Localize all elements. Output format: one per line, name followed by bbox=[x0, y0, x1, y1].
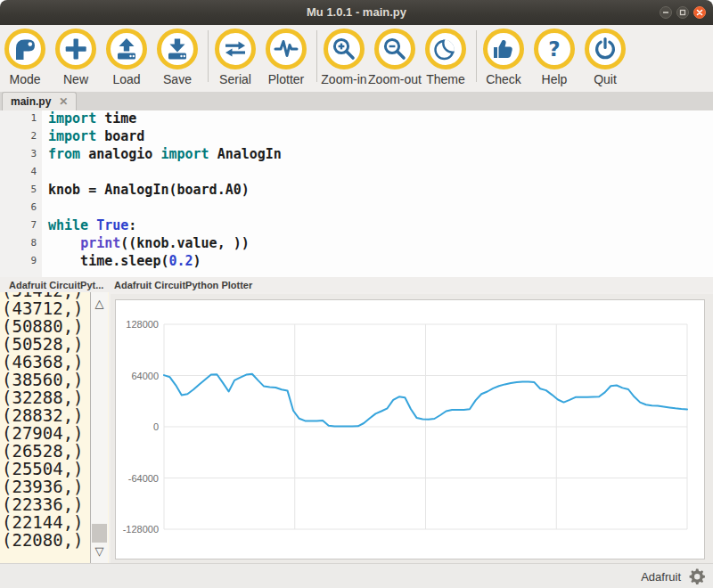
serial-line: (23936,) bbox=[2, 478, 84, 495]
serial-line: (32288,) bbox=[2, 388, 84, 406]
toolbar-label-serial: Serial bbox=[219, 72, 251, 86]
code-line: import time bbox=[48, 110, 713, 127]
toolbar-button-serial[interactable]: Serial bbox=[212, 29, 258, 86]
minimize-button[interactable] bbox=[660, 6, 672, 19]
mu-window: Mu 1.0.1 - main.py ModeNewLoadSaveSerial… bbox=[0, 0, 713, 588]
tab-bar: main.py ✕ bbox=[0, 92, 713, 110]
svg-text:-128000: -128000 bbox=[123, 524, 159, 535]
toolbar-label-save: Save bbox=[163, 72, 192, 86]
scroll-down-arrow[interactable]: ▽ bbox=[91, 544, 108, 558]
toolbar-button-help[interactable]: ?Help bbox=[531, 29, 578, 86]
tab-main-py[interactable]: main.py ✕ bbox=[2, 92, 77, 110]
zoom-in-icon bbox=[330, 35, 358, 63]
serial-line: (46368,) bbox=[2, 353, 84, 371]
check-icon bbox=[489, 35, 518, 63]
tab-close-icon[interactable]: ✕ bbox=[59, 95, 68, 108]
serial-line: (26528,) bbox=[2, 442, 84, 460]
code-line bbox=[48, 163, 713, 181]
toolbar-label-mode: Mode bbox=[9, 72, 40, 86]
toolbar-label-zoom-out: Zoom-out bbox=[368, 72, 422, 86]
mode-icon bbox=[11, 35, 39, 63]
serial-line: (22336,) bbox=[2, 495, 84, 513]
zoom-out-icon bbox=[381, 35, 409, 63]
load-icon-circle bbox=[106, 29, 147, 69]
save-icon-circle bbox=[157, 29, 198, 69]
toolbar-button-zoom-out[interactable]: Zoom-out bbox=[372, 29, 418, 86]
scroll-up-arrow[interactable]: △ bbox=[91, 297, 108, 310]
line-number-gutter: 123456789 bbox=[0, 110, 42, 277]
toolbar-separator bbox=[208, 30, 209, 82]
toolbar-button-mode[interactable]: Mode bbox=[2, 29, 48, 86]
svg-text:0: 0 bbox=[153, 421, 159, 432]
scroll-thumb[interactable] bbox=[92, 524, 107, 543]
settings-gear-icon[interactable] bbox=[688, 568, 707, 586]
close-icon bbox=[695, 8, 704, 17]
serial-line: (25504,) bbox=[2, 460, 84, 478]
tab-label: main.py bbox=[11, 95, 51, 108]
window-title: Mu 1.0.1 - main.py bbox=[0, 0, 713, 25]
toolbar-button-theme[interactable]: Theme bbox=[422, 29, 469, 86]
svg-text:?: ? bbox=[548, 37, 560, 61]
save-icon bbox=[163, 35, 192, 63]
code-line: import board bbox=[48, 127, 713, 145]
serial-icon-circle bbox=[215, 29, 256, 69]
toolbar-label-theme: Theme bbox=[426, 72, 465, 86]
toolbar-button-load[interactable]: Load bbox=[103, 29, 150, 86]
plotter-icon-circle bbox=[266, 29, 307, 69]
theme-icon bbox=[431, 35, 460, 63]
code-line: from analogio import AnalogIn bbox=[48, 145, 713, 163]
chart-panel: 128000640000-64000-128000 bbox=[115, 299, 705, 559]
toolbar-label-zoom-in: Zoom-in bbox=[321, 72, 366, 86]
serial-pane-title: Adafruit CircuitPyt... bbox=[9, 280, 103, 290]
code-line: print((knob.value, )) bbox=[48, 234, 713, 252]
serial-icon bbox=[221, 35, 250, 63]
plotter-pane-title: Adafruit CircuitPython Plotter bbox=[114, 280, 252, 290]
svg-text:64000: 64000 bbox=[131, 371, 159, 381]
serial-scrollbar[interactable]: △ ▽ bbox=[90, 292, 108, 563]
line-number: 9 bbox=[0, 252, 37, 270]
toolbar-label-quit: Quit bbox=[594, 72, 617, 86]
help-icon-circle: ? bbox=[534, 29, 575, 69]
line-number: 1 bbox=[0, 110, 37, 127]
serial-line: (22144,) bbox=[2, 513, 84, 531]
code-editor: 123456789 import timeimport boardfrom an… bbox=[0, 110, 713, 277]
svg-text:128000: 128000 bbox=[126, 319, 159, 330]
toolbar-button-check[interactable]: Check bbox=[480, 29, 527, 86]
toolbar-separator bbox=[476, 30, 477, 82]
serial-line: (50528,) bbox=[2, 335, 84, 353]
code-line: while True: bbox=[48, 216, 713, 234]
toolbar-button-zoom-in[interactable]: Zoom-in bbox=[321, 29, 367, 86]
dock-headers: Adafruit CircuitPyt... Adafruit CircuitP… bbox=[0, 277, 713, 292]
code-line bbox=[48, 199, 713, 216]
toolbar-button-quit[interactable]: Quit bbox=[582, 29, 628, 86]
titlebar[interactable]: Mu 1.0.1 - main.py bbox=[0, 0, 713, 25]
quit-icon bbox=[591, 35, 619, 63]
close-button[interactable] bbox=[693, 6, 706, 19]
plotter-chart: 128000640000-64000-128000 bbox=[116, 300, 704, 559]
toolbar-label-help: Help bbox=[542, 72, 568, 86]
line-number: 7 bbox=[0, 216, 37, 234]
toolbar-button-save[interactable]: Save bbox=[154, 29, 201, 86]
maximize-button[interactable] bbox=[676, 6, 689, 19]
help-icon: ? bbox=[540, 35, 569, 63]
code-line: time.sleep(0.2) bbox=[48, 252, 713, 270]
serial-line: (50880,) bbox=[2, 317, 84, 335]
code-area[interactable]: import timeimport boardfrom analogio imp… bbox=[42, 110, 713, 277]
code-line: knob = AnalogIn(board.A0) bbox=[48, 181, 713, 199]
toolbar: ModeNewLoadSaveSerialPlotterZoom-inZoom-… bbox=[0, 25, 713, 92]
window-controls bbox=[660, 6, 706, 19]
zoom-in-icon-circle bbox=[324, 29, 365, 69]
toolbar-button-new[interactable]: New bbox=[53, 29, 99, 86]
status-mode-label: Adafruit bbox=[641, 570, 681, 584]
line-number: 3 bbox=[0, 145, 37, 163]
line-number: 6 bbox=[0, 199, 37, 216]
load-icon bbox=[112, 35, 141, 63]
check-icon-circle bbox=[483, 29, 524, 69]
toolbar-label-check: Check bbox=[486, 72, 521, 86]
status-bar: Adafruit bbox=[0, 563, 713, 588]
svg-text:-64000: -64000 bbox=[128, 473, 159, 484]
serial-line: (43712,) bbox=[2, 299, 84, 317]
line-number: 2 bbox=[0, 127, 37, 145]
toolbar-button-plotter[interactable]: Plotter bbox=[263, 29, 309, 86]
serial-output: (51412,)(43712,)(50880,)(50528,)(46368,)… bbox=[2, 292, 84, 549]
